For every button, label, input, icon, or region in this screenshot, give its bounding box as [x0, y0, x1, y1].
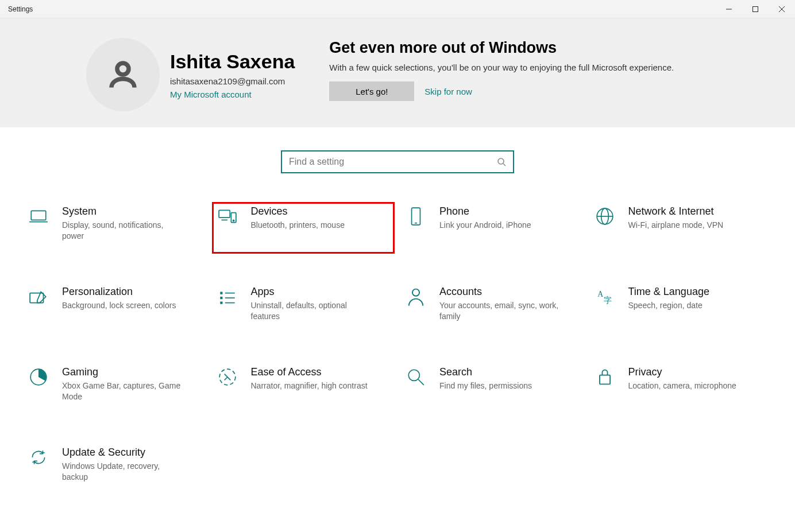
- svg-rect-1: [753, 6, 758, 11]
- close-button[interactable]: [769, 0, 795, 18]
- search-wrap: [0, 127, 795, 185]
- tile-label: Phone: [439, 205, 531, 218]
- tile-label: System: [62, 205, 183, 218]
- tile-label: Ease of Access: [251, 366, 368, 378]
- microsoft-account-link[interactable]: My Microsoft account: [170, 90, 295, 99]
- svg-point-5: [498, 158, 504, 164]
- refresh-icon: [28, 446, 49, 468]
- tile-desc: Your accounts, email, sync, work, family: [439, 300, 560, 322]
- tile-label: Devices: [251, 205, 345, 218]
- tile-desc: Location, camera, microphone: [628, 380, 736, 391]
- tile-desc: Display, sound, notifications, power: [62, 220, 183, 242]
- tile-desc: Wi-Fi, airplane mode, VPN: [628, 220, 724, 231]
- tile-label: Network & Internet: [628, 205, 724, 218]
- profile-email: ishitasaxena2109@gmail.com: [170, 76, 295, 86]
- svg-rect-32: [599, 375, 609, 385]
- phone-icon: [405, 205, 427, 227]
- avatar[interactable]: [86, 38, 160, 111]
- devices-icon: [217, 205, 238, 227]
- promo-body: With a few quick selections, you'll be o…: [329, 61, 685, 73]
- tile-label: Apps: [251, 286, 372, 298]
- tile-update[interactable]: Update & SecurityWindows Update, recover…: [23, 443, 206, 495]
- display-name: Ishita Saxena: [170, 51, 295, 73]
- tile-ease[interactable]: Ease of AccessNarrator, magnifier, high …: [212, 363, 395, 414]
- svg-rect-9: [219, 210, 230, 218]
- tile-time[interactable]: A字Time & LanguageSpeech, region, date: [589, 282, 773, 334]
- tile-accounts[interactable]: AccountsYour accounts, email, sync, work…: [400, 282, 584, 334]
- svg-rect-13: [412, 208, 420, 225]
- tile-label: Personalization: [62, 286, 176, 298]
- user-silhouette-icon: [106, 57, 140, 92]
- svg-text:A: A: [597, 290, 603, 298]
- minimize-button[interactable]: [716, 0, 742, 18]
- list-icon: [217, 286, 238, 308]
- tile-label: Search: [439, 366, 532, 378]
- svg-rect-21: [220, 302, 222, 304]
- pen-icon: [28, 286, 49, 308]
- tile-apps[interactable]: AppsUninstall, defaults, optional featur…: [212, 282, 395, 334]
- svg-rect-19: [220, 292, 222, 294]
- tile-label: Privacy: [628, 366, 736, 378]
- gaming-icon: [28, 366, 49, 388]
- svg-point-30: [408, 370, 419, 380]
- maximize-button[interactable]: [742, 0, 769, 18]
- tile-desc: Speech, region, date: [628, 300, 709, 311]
- svg-line-6: [503, 164, 505, 166]
- skip-link[interactable]: Skip for now: [424, 87, 472, 96]
- tile-label: Update & Security: [62, 446, 183, 459]
- language-icon: A字: [594, 286, 616, 308]
- search-box[interactable]: [281, 150, 514, 173]
- tile-desc: Find my files, permissions: [439, 380, 532, 391]
- svg-text:字: 字: [603, 296, 611, 305]
- tile-desc: Uninstall, defaults, optional features: [251, 300, 372, 322]
- tile-desc: Narrator, magnifier, high contrast: [251, 380, 368, 391]
- svg-point-12: [233, 220, 234, 221]
- lets-go-button[interactable]: Let's go!: [329, 81, 414, 101]
- tile-label: Time & Language: [628, 286, 709, 298]
- svg-rect-7: [31, 211, 46, 220]
- tile-desc: Background, lock screen, colors: [62, 300, 176, 311]
- svg-point-25: [412, 289, 419, 296]
- lock-icon: [594, 366, 616, 388]
- tile-phone[interactable]: PhoneLink your Android, iPhone: [400, 202, 584, 254]
- window-title: Settings: [0, 5, 33, 13]
- laptop-icon: [28, 205, 49, 227]
- tile-privacy[interactable]: PrivacyLocation, camera, microphone: [589, 363, 773, 414]
- tile-network[interactable]: Network & InternetWi-Fi, airplane mode, …: [589, 202, 773, 254]
- tile-gaming[interactable]: GamingXbox Game Bar, captures, Game Mode: [23, 363, 206, 414]
- settings-grid: SystemDisplay, sound, notifications, pow…: [0, 185, 795, 495]
- svg-point-4: [117, 63, 129, 75]
- svg-rect-20: [220, 297, 222, 299]
- tile-label: Gaming: [62, 366, 183, 378]
- tile-desc: Bluetooth, printers, mouse: [251, 220, 345, 231]
- search-icon: [497, 157, 506, 166]
- header-panel: Ishita Saxena ishitasaxena2109@gmail.com…: [0, 18, 795, 127]
- ease-icon: [217, 366, 238, 388]
- tile-system[interactable]: SystemDisplay, sound, notifications, pow…: [23, 202, 206, 254]
- tile-search[interactable]: SearchFind my files, permissions: [400, 363, 584, 414]
- close-icon: [779, 6, 785, 12]
- promo-block: Get even more out of Windows With a few …: [329, 38, 761, 111]
- tile-devices[interactable]: DevicesBluetooth, printers, mouse: [212, 202, 395, 254]
- search-big-icon: [405, 366, 427, 388]
- maximize-icon: [752, 6, 758, 12]
- user-icon: [405, 286, 427, 308]
- window-titlebar: Settings: [0, 0, 795, 18]
- promo-heading: Get even more out of Windows: [329, 39, 761, 57]
- tile-desc: Link your Android, iPhone: [439, 220, 531, 231]
- globe-icon: [594, 205, 616, 227]
- tile-personalization[interactable]: PersonalizationBackground, lock screen, …: [23, 282, 206, 334]
- search-input[interactable]: [289, 157, 497, 167]
- profile-block: Ishita Saxena ishitasaxena2109@gmail.com…: [86, 38, 295, 111]
- minimize-icon: [726, 6, 732, 12]
- tile-label: Accounts: [439, 286, 560, 298]
- tile-desc: Windows Update, recovery, backup: [62, 461, 183, 483]
- svg-line-31: [418, 379, 424, 385]
- tile-desc: Xbox Game Bar, captures, Game Mode: [62, 380, 183, 402]
